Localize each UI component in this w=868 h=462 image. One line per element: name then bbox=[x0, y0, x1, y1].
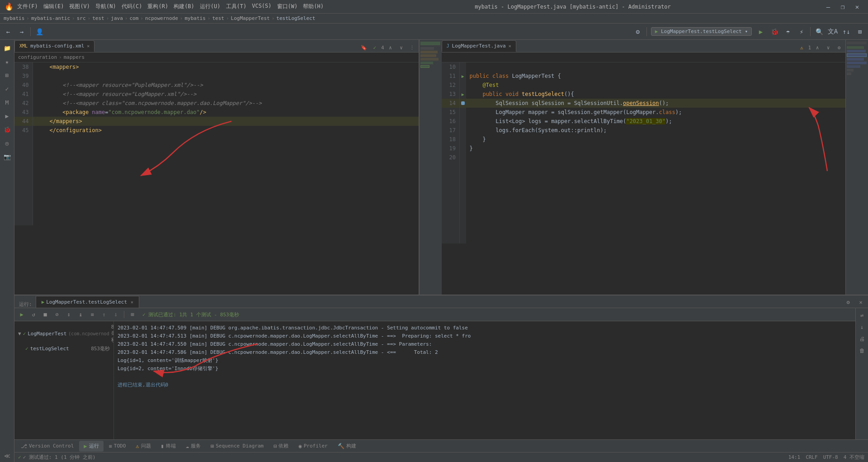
toolbar-back[interactable]: ← bbox=[2, 25, 14, 38]
bc-item-4[interactable]: test bbox=[92, 15, 104, 21]
right-code-area[interactable]: 10 11 ▶ public class LogMapperTest { 12 bbox=[442, 62, 846, 295]
nav-down-icon[interactable]: ∨ bbox=[824, 43, 833, 52]
bt-sequence[interactable]: ⊞ Sequence Diagram bbox=[206, 441, 268, 452]
run-tree-testlogselect[interactable]: ✓ testLogSelect 853毫秒 bbox=[14, 344, 113, 353]
bookmark-tab-icon[interactable]: 🔖 bbox=[359, 43, 368, 52]
rt-scroll-btn[interactable]: ↓ bbox=[857, 322, 868, 333]
run-config-selector[interactable]: ▶ LogMapperTest.testLogSelect ▾ bbox=[651, 27, 752, 36]
bt-services[interactable]: ☁ 服务 bbox=[181, 441, 205, 452]
left-code-area[interactable]: 38 <mappers> 39 40 <!--<mapper resource=… bbox=[14, 62, 419, 295]
profile-icon[interactable]: ◎ bbox=[1, 137, 14, 149]
menu-refactor[interactable]: 重构(R) bbox=[147, 3, 168, 10]
menu-window[interactable]: 窗口(W) bbox=[277, 3, 298, 10]
menu-vcs[interactable]: VCS(S) bbox=[252, 3, 271, 10]
bc-item-5[interactable]: java bbox=[111, 15, 123, 21]
bc-item-6[interactable]: com bbox=[129, 15, 138, 21]
run-tree-logmappertest[interactable]: ▼ ✓ LogMapperTest (com.ncpowernod 853毫秒 bbox=[14, 323, 113, 344]
status-position[interactable]: 14:1 bbox=[788, 454, 801, 460]
bt-todo[interactable]: ≡ TODO bbox=[104, 441, 131, 452]
close-run-panel-icon[interactable]: ✕ bbox=[855, 297, 866, 308]
run-stop-btn[interactable]: ■ bbox=[40, 309, 51, 320]
menu-code[interactable]: 代码(C) bbox=[122, 3, 142, 10]
bt-run[interactable]: ▶ 运行 bbox=[79, 441, 103, 452]
rt-clear-btn[interactable]: 🗑 bbox=[857, 345, 868, 356]
bc-item-2[interactable]: mybatis-antic bbox=[31, 15, 70, 21]
run-import-btn[interactable]: ⇧ bbox=[99, 309, 109, 320]
bookmark-icon[interactable]: ★ bbox=[1, 55, 14, 68]
run-play-btn[interactable]: ▶ bbox=[16, 309, 27, 320]
bc-item-3[interactable]: src bbox=[77, 15, 86, 21]
tab-mybatis-config[interactable]: XML mybatis-config.xml ✕ bbox=[14, 40, 94, 52]
debug-icon[interactable]: 🐞 bbox=[1, 123, 14, 136]
bt-profiler[interactable]: ◉ Profiler bbox=[294, 441, 332, 452]
tab-close-logmapper[interactable]: ✕ bbox=[509, 43, 511, 48]
run-button[interactable]: ▶ bbox=[755, 25, 767, 38]
debug-button[interactable]: 🐞 bbox=[768, 25, 781, 38]
menu-help[interactable]: 帮助(H) bbox=[303, 3, 324, 10]
run-icon[interactable]: ▶ bbox=[1, 110, 14, 122]
tab-up-icon[interactable]: ∧ bbox=[386, 43, 395, 52]
toolbar-update[interactable]: ↑↓ bbox=[840, 25, 853, 38]
run-sort-btn[interactable]: ↨ bbox=[75, 309, 86, 320]
run-filter2-btn[interactable]: ↕ bbox=[63, 309, 74, 320]
toolbar-search[interactable]: 🔍 bbox=[813, 25, 826, 38]
profile-button[interactable]: ⚡ bbox=[795, 25, 808, 38]
toolbar-translate[interactable]: 文A bbox=[826, 25, 839, 38]
project-icon[interactable]: 📁 bbox=[1, 42, 14, 54]
bt-version-control[interactable]: ⎇ Version Control bbox=[16, 441, 78, 452]
collapse-icon[interactable]: ≪ bbox=[1, 449, 14, 462]
rt-print-btn[interactable]: 🖨 bbox=[857, 333, 868, 344]
menu-tools[interactable]: 工具(T) bbox=[226, 3, 247, 10]
run-export-btn[interactable]: ⇩ bbox=[110, 309, 121, 320]
bc-configuration[interactable]: configuration bbox=[18, 54, 57, 60]
run-rerun-btn[interactable]: ↺ bbox=[28, 309, 39, 320]
toolbar-forward[interactable]: → bbox=[15, 25, 28, 38]
status-indent[interactable]: 4 不空缩 bbox=[844, 454, 864, 461]
bt-deps[interactable]: ⊟ 依赖 bbox=[269, 441, 293, 452]
nav-up-icon[interactable]: ∧ bbox=[813, 43, 822, 52]
menu-build[interactable]: 构建(B) bbox=[174, 3, 194, 10]
bt-terminal[interactable]: ▮ 终端 bbox=[156, 441, 180, 452]
run-tab-close[interactable]: ✕ bbox=[131, 300, 133, 305]
bc-item-8[interactable]: mybatis bbox=[184, 15, 205, 21]
settings-run-icon[interactable]: ⚙ bbox=[843, 297, 854, 308]
maven-icon[interactable]: M bbox=[1, 96, 14, 109]
maximize-button[interactable]: ❐ bbox=[836, 0, 849, 13]
bc-item-1[interactable]: mybatis bbox=[4, 15, 24, 21]
warning-icon[interactable]: ⚠ bbox=[797, 43, 806, 52]
run-filter1-btn[interactable]: ⊘ bbox=[52, 309, 62, 320]
toolbar-settings[interactable]: ⚙ bbox=[632, 25, 644, 38]
settings-tab-icon[interactable]: ⚙ bbox=[835, 43, 844, 52]
status-test-result[interactable]: ✓ ✓ 测试通过: 1 (1 分钟 之前) bbox=[18, 454, 95, 461]
run-check-btn[interactable]: ⊞ bbox=[127, 309, 138, 320]
menu-run[interactable]: 运行(U) bbox=[200, 3, 221, 10]
bc-mappers[interactable]: mappers bbox=[64, 54, 85, 60]
bc-item-10[interactable]: LogMapperTest bbox=[231, 15, 270, 21]
bt-problems[interactable]: ⚠ 问题 bbox=[131, 441, 155, 452]
tab-down-icon[interactable]: ∨ bbox=[397, 43, 406, 52]
menu-nav[interactable]: 导航(N) bbox=[95, 3, 116, 10]
run-align-btn[interactable]: ≡ bbox=[87, 309, 98, 320]
close-button[interactable]: ✕ bbox=[851, 0, 863, 13]
rt-wrap-btn[interactable]: ⇌ bbox=[857, 310, 868, 321]
status-line-ending[interactable]: CRLF bbox=[806, 454, 818, 460]
bt-build[interactable]: 🔨 构建 bbox=[333, 441, 361, 452]
menu-edit[interactable]: 编辑(E) bbox=[43, 3, 64, 10]
coverage-button[interactable]: ☂ bbox=[782, 25, 794, 38]
menu-file[interactable]: 文件(F) bbox=[17, 3, 38, 10]
bc-item-11[interactable]: testLogSelect bbox=[276, 15, 315, 21]
structure-icon[interactable]: ⊞ bbox=[1, 69, 14, 81]
run-tab-logmapper[interactable]: ▶ LogMapperTest.testLogSelect ✕ bbox=[36, 296, 139, 308]
tab-menu-icon[interactable]: ⋮ bbox=[408, 43, 417, 52]
tab-logmappertest[interactable]: J LogMapperTest.java ✕ bbox=[442, 40, 516, 52]
camera-icon[interactable]: 📷 bbox=[1, 150, 14, 163]
check-icon[interactable]: ✓ bbox=[370, 43, 379, 52]
todo-icon[interactable]: ✓ bbox=[1, 82, 14, 95]
toolbar-user[interactable]: 👤 bbox=[33, 25, 46, 38]
bc-item-7[interactable]: ncpowernode bbox=[145, 15, 178, 21]
status-encoding[interactable]: UTF-8 bbox=[823, 454, 838, 460]
bc-item-9[interactable]: test bbox=[212, 15, 224, 21]
toolbar-git[interactable]: ⊞ bbox=[854, 25, 866, 38]
minimize-button[interactable]: — bbox=[822, 0, 835, 13]
menu-view[interactable]: 视图(V) bbox=[69, 3, 90, 10]
